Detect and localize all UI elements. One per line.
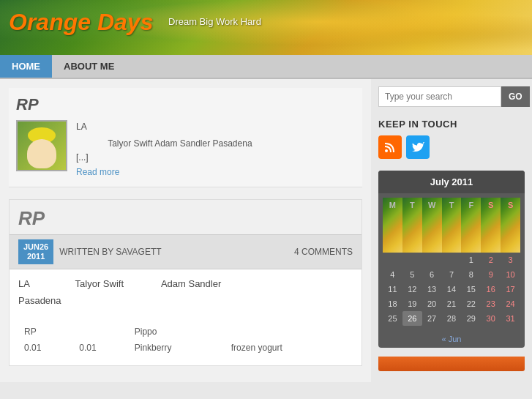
cal-week-3: 11 12 13 14 15 16 17: [383, 282, 520, 297]
written-by: WRITTEN BY SAVAGETT: [59, 247, 288, 257]
cal-day-21[interactable]: 21: [442, 297, 462, 311]
cal-day-16[interactable]: 16: [481, 282, 501, 297]
cal-day-11[interactable]: 11: [383, 282, 402, 297]
cal-day-27[interactable]: 27: [422, 311, 442, 326]
cal-day-28[interactable]: 28: [442, 311, 462, 326]
post-title: RP: [10, 200, 361, 234]
main-nav: HOME ABOUT ME: [0, 55, 532, 79]
cal-day-13[interactable]: 13: [422, 282, 442, 297]
rss-icon[interactable]: [378, 135, 402, 159]
table-row: RP Pippo: [20, 324, 351, 339]
calendar-widget: July 2011 M T W T F S S 1: [378, 171, 525, 348]
cal-day-2[interactable]: 2: [481, 253, 501, 267]
cal-day-1[interactable]: 1: [461, 253, 481, 267]
svg-point-0: [385, 149, 388, 152]
post-content: LA Talyor Swift Adam Sandler Pasadena RP…: [10, 269, 361, 365]
post-row-1: LA Talyor Swift Adam Sandler: [18, 278, 353, 289]
content-area: RP LA Talyor Swift Adam Sandler Pasadena…: [0, 79, 371, 382]
prev-month-link[interactable]: « Jun: [442, 335, 462, 343]
cal-day-5[interactable]: 5: [402, 267, 422, 282]
cal-header-s2: S: [501, 198, 520, 253]
cal-header-s1: S: [481, 198, 501, 253]
post-data-table: RP Pippo 0.01 0.01 Pinkberry frozen yogu…: [18, 323, 353, 357]
avatar: [16, 120, 67, 171]
date-badge: JUN26 2011: [18, 239, 53, 264]
cal-header-t2: T: [442, 198, 462, 253]
avatar-face: [27, 139, 56, 168]
cal-day-23[interactable]: 23: [481, 297, 501, 311]
site-header: Orange Days Dream Big Work Hard: [0, 0, 532, 55]
post-tag2: Adam Sandler: [161, 278, 221, 289]
item-label: RP: [20, 324, 73, 339]
item-value: Pippo: [130, 324, 225, 339]
post-place: Pasadena: [18, 295, 61, 306]
cal-day-26[interactable]: 26: [402, 311, 422, 326]
cal-day-9[interactable]: 9: [481, 267, 501, 282]
nav-item-about[interactable]: ABOUT ME: [52, 55, 126, 78]
cal-day-29[interactable]: 29: [461, 311, 481, 326]
orange-widget: [378, 357, 525, 371]
calendar-title: July 2011: [378, 171, 525, 193]
keep-in-touch-title: KEEP IN TOUCH: [378, 119, 525, 130]
comments-count: 4 COMMENTS: [294, 247, 353, 257]
featured-post-body: LA Talyor Swift Adam Sandler Pasadena [.…: [16, 120, 355, 179]
post-location-label: LA: [18, 278, 30, 289]
table-row: 0.01 0.01 Pinkberry frozen yogurt: [20, 340, 351, 355]
search-input[interactable]: [378, 86, 501, 107]
twitter-icon[interactable]: [406, 135, 430, 159]
cal-day-31[interactable]: 31: [501, 311, 520, 326]
main-layout: RP LA Talyor Swift Adam Sandler Pasadena…: [0, 79, 532, 382]
cal-header-w: W: [422, 198, 442, 253]
site-title: Orange Days: [9, 9, 153, 36]
post-row-2: Pasadena: [18, 295, 353, 306]
item-spacer: [75, 324, 128, 339]
price1: 0.01: [20, 340, 73, 355]
cal-day-10[interactable]: 10: [501, 267, 520, 282]
cal-day-12[interactable]: 12: [402, 282, 422, 297]
cal-day-6[interactable]: 6: [422, 267, 442, 282]
cal-day-22[interactable]: 22: [461, 297, 481, 311]
cal-day-24[interactable]: 24: [501, 297, 520, 311]
search-button[interactable]: GO: [501, 86, 530, 107]
cal-week-4: 18 19 20 21 22 23 24: [383, 297, 520, 311]
cal-day-17[interactable]: 17: [501, 282, 520, 297]
cal-day-18[interactable]: 18: [383, 297, 402, 311]
featured-post: RP LA Talyor Swift Adam Sandler Pasadena…: [9, 88, 362, 187]
cal-day-30[interactable]: 30: [481, 311, 501, 326]
cal-header-m: M: [383, 198, 402, 253]
cal-day-8[interactable]: 8: [461, 267, 481, 282]
cal-day-3[interactable]: 3: [501, 253, 520, 267]
cal-week-1: 1 2 3: [383, 253, 520, 267]
cal-day-15[interactable]: 15: [461, 282, 481, 297]
featured-bracket: [...]: [76, 151, 355, 165]
price2: 0.01: [75, 340, 128, 355]
post-meta-inline: LA Talyor Swift Adam Sandler Pasadena [.…: [76, 120, 355, 179]
product: frozen yogurt: [227, 340, 351, 355]
cal-day-25[interactable]: 25: [383, 311, 402, 326]
main-post: RP JUN26 2011 WRITTEN BY SAVAGETT 4 COMM…: [9, 199, 362, 366]
cal-day-19[interactable]: 19: [402, 297, 422, 311]
search-box: GO: [378, 86, 525, 107]
calendar-nav: « Jun: [378, 330, 525, 348]
cal-day-4[interactable]: 4: [383, 267, 402, 282]
cal-header-t1: T: [402, 198, 422, 253]
date-year: 2011: [23, 252, 48, 261]
featured-post-title: RP: [16, 95, 355, 114]
social-icons: [378, 135, 525, 159]
brand: Pinkberry: [130, 340, 225, 355]
post-location: LA: [76, 120, 355, 134]
cal-day-20[interactable]: 20: [422, 297, 442, 311]
cal-week-5: 25 26 27 28 29 30 31: [383, 311, 520, 326]
sidebar: GO KEEP IN TOUCH July 2011: [371, 79, 532, 382]
nav-item-home[interactable]: HOME: [0, 55, 52, 78]
cal-header-f: F: [461, 198, 481, 253]
cal-day-14[interactable]: 14: [442, 282, 462, 297]
read-more-link[interactable]: Read more: [76, 165, 355, 179]
post-info-bar: JUN26 2011 WRITTEN BY SAVAGETT 4 COMMENT…: [10, 234, 361, 269]
calendar-header-row: M T W T F S S: [383, 198, 520, 253]
post-tag1: Talyor Swift: [75, 278, 124, 289]
date-day: JUN26: [23, 242, 48, 252]
cal-day-7[interactable]: 7: [442, 267, 462, 282]
site-tagline: Dream Big Work Hard: [168, 16, 261, 27]
calendar-grid: M T W T F S S 1 2 3: [378, 193, 525, 330]
